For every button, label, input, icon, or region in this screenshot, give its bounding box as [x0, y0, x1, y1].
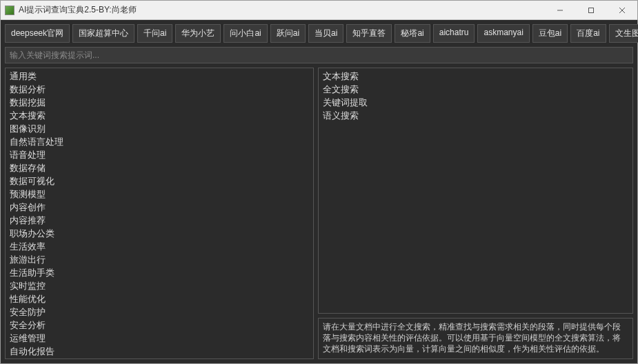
category-item[interactable]: 数据存储 — [6, 161, 313, 174]
toolbar-button-0[interactable]: deepseek官网 — [5, 24, 70, 43]
toolbar-button-9[interactable]: aichatru — [433, 24, 475, 43]
svg-rect-1 — [588, 8, 593, 12]
category-item[interactable]: 教育教学 — [6, 358, 313, 359]
close-button[interactable] — [606, 1, 637, 20]
toolbar-button-3[interactable]: 华为小艺 — [175, 24, 221, 43]
right-pane: 文本搜索全文搜索关键词提取语义搜索 请在大量文档中进行全文搜索，精准查找与搜索需… — [318, 68, 633, 359]
searchbar — [1, 47, 637, 68]
subitem[interactable]: 文本搜索 — [319, 70, 632, 83]
toolbar-button-10[interactable]: askmanyai — [477, 24, 529, 43]
category-item[interactable]: 数据可视化 — [6, 174, 313, 188]
category-item[interactable]: 安全防护 — [6, 305, 313, 318]
app-window: AI提示词查询宝典2.5-BY:尚老师 deepseek官网国家超算中心千问ai… — [0, 0, 638, 364]
app-icon — [5, 6, 14, 15]
titlebar: AI提示词查询宝典2.5-BY:尚老师 — [1, 1, 637, 20]
toolbar-button-2[interactable]: 千问ai — [137, 24, 172, 43]
category-item[interactable]: 生活效率 — [6, 240, 313, 253]
toolbar-button-6[interactable]: 当贝ai — [308, 24, 343, 43]
window-title: AI提示词查询宝典2.5-BY:尚老师 — [19, 4, 544, 16]
toolbar-button-7[interactable]: 知乎直答 — [346, 24, 392, 43]
subitem[interactable]: 全文搜索 — [319, 83, 632, 96]
category-item[interactable]: 性能优化 — [6, 292, 313, 305]
toolbar-button-5[interactable]: 跃问ai — [270, 24, 306, 43]
category-item[interactable]: 职场办公类 — [6, 227, 313, 240]
category-item[interactable]: 通用类 — [6, 70, 313, 83]
category-item[interactable]: 内容创作 — [6, 201, 313, 214]
subitem[interactable]: 关键词提取 — [319, 96, 632, 109]
category-item[interactable]: 数据挖掘 — [6, 96, 313, 109]
category-item[interactable]: 图像识别 — [6, 122, 313, 135]
category-item[interactable]: 实时监控 — [6, 279, 313, 292]
toolbar-button-13[interactable]: 文生图 — [609, 24, 638, 43]
toolbar-button-4[interactable]: 问小白ai — [223, 24, 267, 43]
toolbar-button-1[interactable]: 国家超算中心 — [72, 24, 134, 43]
left-pane: 通用类数据分析数据挖掘文本搜索图像识别自然语言处理语音处理数据存储数据可视化预测… — [5, 68, 314, 359]
description-box: 请在大量文档中进行全文搜索，精准查找与搜索需求相关的段落，同时提供每个段落与搜索… — [318, 318, 633, 359]
category-item[interactable]: 旅游出行 — [6, 253, 313, 266]
search-input[interactable] — [5, 47, 633, 63]
category-item[interactable]: 自然语言处理 — [6, 135, 313, 148]
toolbar-button-12[interactable]: 百度ai — [570, 24, 606, 43]
category-item[interactable]: 运维管理 — [6, 332, 313, 345]
category-list[interactable]: 通用类数据分析数据挖掘文本搜索图像识别自然语言处理语音处理数据存储数据可视化预测… — [5, 68, 314, 359]
toolbar-button-11[interactable]: 豆包ai — [532, 24, 568, 43]
category-item[interactable]: 生活助手类 — [6, 266, 313, 279]
toolbar: deepseek官网国家超算中心千问ai华为小艺问小白ai跃问ai当贝ai知乎直… — [1, 20, 637, 47]
category-item[interactable]: 文本搜索 — [6, 109, 313, 122]
category-item[interactable]: 内容推荐 — [6, 214, 313, 227]
category-item[interactable]: 安全分析 — [6, 318, 313, 332]
maximize-button[interactable] — [575, 1, 606, 20]
subitem[interactable]: 语义搜索 — [319, 109, 632, 122]
category-item[interactable]: 语音处理 — [6, 148, 313, 161]
toolbar-button-8[interactable]: 秘塔ai — [395, 24, 430, 43]
main-area: 通用类数据分析数据挖掘文本搜索图像识别自然语言处理语音处理数据存储数据可视化预测… — [1, 68, 637, 363]
category-item[interactable]: 自动化报告 — [6, 345, 313, 358]
minimize-button[interactable] — [544, 1, 575, 20]
category-item[interactable]: 数据分析 — [6, 83, 313, 96]
category-item[interactable]: 预测模型 — [6, 188, 313, 201]
subitem-list[interactable]: 文本搜索全文搜索关键词提取语义搜索 — [318, 68, 633, 314]
